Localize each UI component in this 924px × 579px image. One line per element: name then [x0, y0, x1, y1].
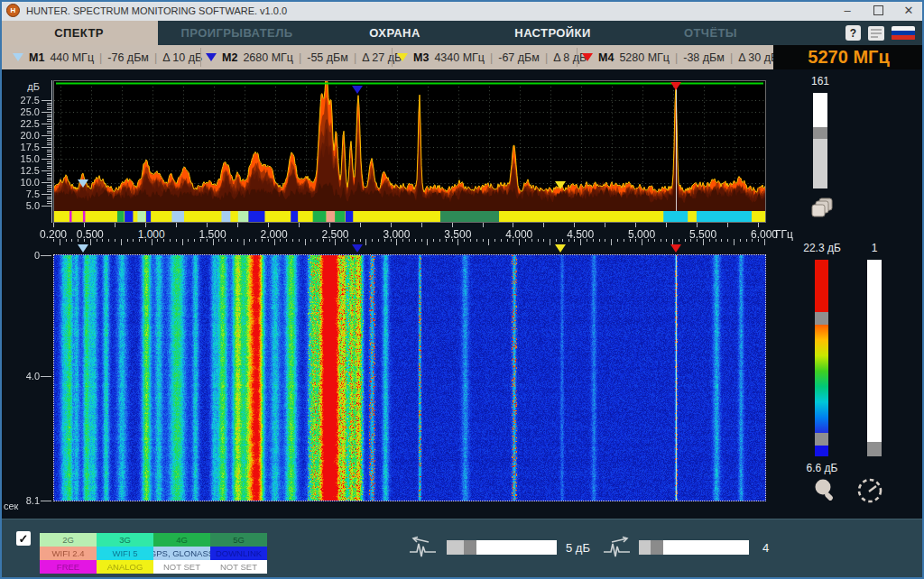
- axis-tick: [78, 239, 79, 242]
- layers-icon[interactable]: [810, 198, 835, 224]
- y-tick-label: 5.0: [11, 200, 40, 211]
- waterfall-plot[interactable]: [53, 254, 766, 501]
- language-flag-ru[interactable]: [892, 26, 915, 41]
- legend-cell-3g[interactable]: 3G: [97, 533, 153, 547]
- legend-cell-wifi-5[interactable]: WIFI 5: [97, 547, 153, 560]
- pulse-arrow-right-icon: [602, 534, 633, 563]
- help-button[interactable]: ?: [845, 25, 861, 41]
- legend-cell-wifi-2-4[interactable]: WIFI 2.4: [40, 547, 97, 560]
- axis-tick: [84, 239, 85, 242]
- axis-tick: [66, 239, 67, 242]
- axis-tick: [299, 239, 300, 242]
- tab-settings[interactable]: НАСТРОЙКИ: [474, 21, 632, 45]
- waterfall-marker-m3[interactable]: [555, 244, 566, 253]
- count-slider-handle[interactable]: [651, 540, 663, 555]
- tab-player[interactable]: ПРОИГРЫВАТЕЛЬ: [158, 21, 316, 45]
- main-area: 161 22.3 дБ 6.6 дБ 1: [0, 69, 924, 519]
- waterfall-marker-m1[interactable]: [78, 244, 88, 253]
- axis-tick: [427, 239, 428, 245]
- axis-tick: [666, 239, 667, 242]
- waterfall-canvas[interactable]: [54, 255, 765, 501]
- axis-tick: [237, 239, 238, 242]
- waterfall-marker-m4[interactable]: [670, 244, 681, 253]
- marker-m4[interactable]: M45280 МГц|-38 дБм|Δ 30 дБ: [582, 45, 778, 69]
- bottom-bar: ✓ 2G3G4G5GWIFI 2.4WIFI 5GPS, GLONASSDOWN…: [0, 519, 924, 579]
- axis-tick: [42, 135, 51, 136]
- spectrum-marker-m2[interactable]: [352, 86, 363, 94]
- legend-checkbox[interactable]: ✓: [16, 531, 31, 546]
- axis-tick: [513, 239, 513, 242]
- axis-tick: [727, 223, 728, 227]
- axis-tick: [605, 223, 605, 227]
- report-icon[interactable]: [867, 25, 885, 41]
- tab-guard[interactable]: ОХРАНА: [316, 21, 474, 45]
- legend-cell-4g[interactable]: 4G: [153, 533, 210, 547]
- averaging-value: 161: [798, 75, 843, 87]
- marker-triangle-icon: [582, 53, 593, 61]
- axis-tick: [507, 239, 508, 242]
- legend-cell-5g[interactable]: 5G: [210, 533, 267, 547]
- axis-tick: [42, 124, 51, 124]
- legend-cell-2g[interactable]: 2G: [40, 533, 97, 547]
- axis-tick: [703, 239, 704, 245]
- axis-tick: [513, 223, 513, 227]
- colorbar-max-handle[interactable]: [815, 312, 828, 325]
- maximize-button[interactable]: [863, 0, 893, 21]
- marker-m2[interactable]: M22680 МГц|-55 дБм|Δ 27 дБ: [206, 45, 402, 69]
- spectrum-canvas[interactable]: [54, 81, 765, 211]
- axis-tick: [531, 239, 532, 242]
- colorbar[interactable]: [815, 260, 828, 456]
- threshold-slider-upper: [476, 540, 557, 555]
- scale-slider-handle[interactable]: [867, 442, 882, 456]
- legend-cell-analog[interactable]: ANALOG: [97, 560, 153, 574]
- gauge-icon[interactable]: [855, 476, 884, 509]
- tab-bar-icons: ?: [845, 21, 924, 45]
- app-icon-letter: H: [11, 6, 16, 14]
- scale-slider[interactable]: [867, 260, 882, 456]
- marker-id: M2: [222, 51, 237, 64]
- count-slider[interactable]: [639, 540, 749, 555]
- axis-tick: [53, 223, 54, 227]
- axis-tick: [593, 239, 594, 242]
- minimize-button[interactable]: –: [832, 0, 863, 21]
- tab-spectrum[interactable]: СПЕКТР: [0, 21, 158, 45]
- legend-cell-downlink[interactable]: DOWNLINK: [210, 547, 267, 560]
- axis-tick: [341, 239, 342, 242]
- tab-reports[interactable]: ОТЧЁТЫ: [632, 21, 790, 45]
- axis-tick: [483, 223, 484, 227]
- close-button[interactable]: ✕: [893, 0, 924, 21]
- spectrum-marker-m3[interactable]: [555, 181, 566, 189]
- spectrum-marker-m1[interactable]: [78, 179, 88, 188]
- axis-tick: [42, 159, 51, 160]
- averaging-slider[interactable]: [813, 93, 827, 188]
- colorbar-min-handle[interactable]: [815, 433, 828, 446]
- x-axis-unit: ГГц: [775, 228, 808, 241]
- legend-cell-free[interactable]: FREE: [40, 560, 97, 574]
- spectrum-marker-m4[interactable]: [670, 82, 681, 90]
- threshold-slider[interactable]: [447, 540, 557, 555]
- scale-slider-upper: [867, 260, 882, 442]
- legend-cell-not-set[interactable]: NOT SET: [153, 560, 210, 574]
- axis-tick: [617, 239, 618, 242]
- axis-tick: [145, 223, 146, 227]
- threshold-slider-handle[interactable]: [464, 540, 476, 555]
- waterfall-marker-m2[interactable]: [352, 244, 363, 253]
- axis-tick: [213, 239, 214, 245]
- marker-m1[interactable]: M1440 МГц|-76 дБм|Δ 10 дБ: [13, 45, 202, 69]
- legend-cell-not-set[interactable]: NOT SET: [210, 560, 267, 574]
- marker-triangle-icon: [13, 53, 23, 61]
- colorbar-gradient: [815, 325, 828, 433]
- tab-bar: СПЕКТРПРОИГРЫВАТЕЛЬОХРАНАНАСТРОЙКИОТЧЁТЫ…: [0, 21, 924, 45]
- marker-m3[interactable]: M34340 МГц|-67 дБм|Δ 8 дБ: [397, 45, 587, 69]
- axis-tick: [734, 239, 735, 245]
- spectrum-plot[interactable]: [53, 80, 766, 223]
- legend-cell-gps-glonass[interactable]: GPS, GLONASS: [153, 547, 210, 560]
- maximize-icon: [873, 5, 883, 15]
- magnifier-icon[interactable]: [812, 477, 837, 506]
- count-value: 4: [762, 541, 769, 555]
- axis-tick: [476, 239, 477, 242]
- axis-tick: [666, 223, 667, 227]
- window-controls: – ✕: [832, 0, 924, 21]
- averaging-slider-handle[interactable]: [813, 127, 827, 139]
- axis-tick: [391, 239, 392, 242]
